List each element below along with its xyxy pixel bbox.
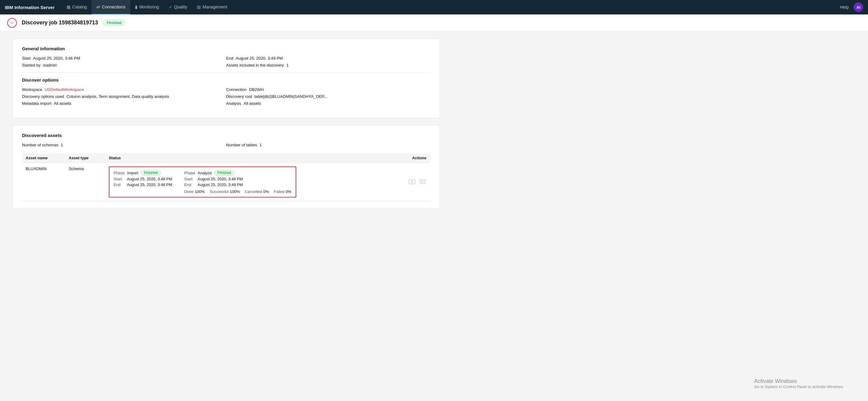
phase1-start-value: August 25, 2020, 3:48 PM bbox=[127, 177, 172, 181]
phase1-label: Phase bbox=[114, 171, 125, 175]
tables-value: 1 bbox=[259, 143, 262, 147]
schemas-value: 1 bbox=[61, 143, 63, 147]
job-status-badge: Finished bbox=[103, 20, 125, 26]
general-info-grid: Start August 25, 2020, 3:46 PM End Augus… bbox=[22, 56, 430, 67]
phase2-start-value: August 25, 2020, 3:48 PM bbox=[197, 177, 243, 181]
metadata-import-value: All assets bbox=[54, 101, 71, 106]
done-label: Done bbox=[184, 189, 193, 194]
nav-item-management[interactable]: ▤ Management bbox=[192, 0, 232, 14]
assets-included-label: Assets included in the discovery bbox=[226, 63, 284, 67]
catalog-icon: ▦ bbox=[67, 4, 70, 9]
phase1-status-badge: Finished bbox=[141, 170, 161, 175]
failed-stat: Failed 0% bbox=[274, 189, 291, 194]
nav-item-quality[interactable]: ✓ Quality bbox=[164, 0, 192, 14]
phase-container: Phase Import Finished Start August 25, 2… bbox=[109, 166, 296, 198]
discovery-root-row: Discovery root table[db2|BLUADMIN|SANDHY… bbox=[226, 94, 430, 99]
successful-label: Successful bbox=[210, 189, 229, 194]
management-icon: ▤ bbox=[197, 4, 201, 9]
cell-asset-type: Schema bbox=[65, 163, 105, 201]
schemas-row: Number of schemas 1 bbox=[22, 143, 226, 147]
action-icons bbox=[396, 179, 427, 185]
discover-options-grid: Workspace UGDefaultWorkspace Connection … bbox=[22, 87, 430, 106]
started-by-label: Started by bbox=[22, 63, 41, 67]
cell-actions bbox=[393, 163, 430, 201]
phase-import-block: Phase Import Finished Start August 25, 2… bbox=[114, 170, 172, 194]
successful-value: 100% bbox=[230, 189, 240, 194]
done-stat: Done 100% bbox=[184, 189, 205, 194]
phase1-end-label: End bbox=[114, 182, 124, 187]
col-status-detail bbox=[314, 153, 393, 163]
help-link[interactable]: Help bbox=[840, 5, 849, 10]
discover-options-title: Discover options bbox=[22, 77, 430, 82]
started-by-value: isadmin bbox=[43, 63, 57, 67]
phase2-start-row: Start August 25, 2020, 3:48 PM bbox=[184, 177, 291, 181]
connection-label: Connection bbox=[226, 87, 247, 92]
discovery-options-label: Discovery options used bbox=[22, 94, 64, 99]
successful-stat: Successful 100% bbox=[210, 189, 240, 194]
connection-row: Connection DB2WH bbox=[226, 87, 430, 92]
end-label: End bbox=[226, 56, 233, 61]
main-content: General information Start August 25, 202… bbox=[0, 31, 452, 223]
assets-included-value: 1 bbox=[286, 63, 289, 67]
start-label: Start bbox=[22, 56, 31, 61]
user-avatar[interactable]: AI bbox=[854, 2, 863, 12]
general-info-card: General information Start August 25, 202… bbox=[12, 38, 440, 118]
nav-item-monitoring[interactable]: ▮ Monitoring bbox=[130, 0, 164, 14]
discovery-options-row: Discovery options used Column analysis, … bbox=[22, 94, 226, 99]
phase2-end-value: August 25, 2020, 3:49 PM bbox=[197, 182, 243, 187]
phase1-header-row: Phase Import Finished bbox=[114, 170, 172, 175]
cancelled-label: Cancelled bbox=[245, 189, 262, 194]
connection-value: DB2WH bbox=[249, 87, 264, 92]
workspace-row: Workspace UGDefaultWorkspace bbox=[22, 87, 226, 92]
started-by-row: Started by isadmin bbox=[22, 63, 226, 67]
svg-rect-0 bbox=[409, 180, 415, 184]
discovered-assets-card: Discovered assets Number of schemas 1 Nu… bbox=[12, 125, 440, 209]
phase2-status-badge: Finished bbox=[214, 170, 234, 175]
failed-label: Failed bbox=[274, 189, 284, 194]
view-icon[interactable] bbox=[408, 179, 415, 185]
failed-value: 0% bbox=[286, 189, 291, 194]
page-header: ← Discovery job 1598384819713 Finished bbox=[0, 14, 868, 31]
back-arrow-icon: ← bbox=[10, 20, 14, 26]
metadata-import-label: Metadata import bbox=[22, 101, 52, 106]
page-title-job-id: 1598384819713 bbox=[59, 20, 98, 26]
back-button[interactable]: ← bbox=[7, 18, 17, 28]
top-navigation: IBM Information Server ▦ Catalog ⇄ Conne… bbox=[0, 0, 868, 14]
app-brand: IBM Information Server bbox=[5, 5, 55, 10]
phase1-end-row: End August 25, 2020, 3:48 PM bbox=[114, 182, 172, 187]
discovery-root-label: Discovery root bbox=[226, 94, 252, 99]
phase2-end-label: End bbox=[184, 182, 195, 187]
phase2-label: Phase bbox=[184, 171, 195, 175]
cancelled-value: 0% bbox=[264, 189, 269, 194]
metadata-import-row: Metadata import All assets bbox=[22, 101, 226, 106]
phase2-header-row: Phase Analyze Finished bbox=[184, 170, 291, 175]
cell-status: Phase Import Finished Start August 25, 2… bbox=[105, 163, 393, 201]
phase2-start-label: Start bbox=[184, 177, 195, 181]
phase1-start-label: Start bbox=[114, 177, 124, 181]
end-row: End August 25, 2020, 3:49 PM bbox=[226, 56, 430, 61]
discovered-info-grid: Number of schemas 1 Number of tables 1 bbox=[22, 143, 430, 147]
nav-label-connections: Connections bbox=[102, 4, 125, 9]
nav-item-catalog[interactable]: ▦ Catalog bbox=[62, 0, 92, 14]
done-value: 100% bbox=[195, 189, 205, 194]
schemas-label: Number of schemas bbox=[22, 143, 59, 147]
phase2-end-row: End August 25, 2020, 3:49 PM bbox=[184, 182, 291, 187]
assets-table: Asset name Asset type Status Actions BLU… bbox=[22, 153, 430, 201]
nav-label-catalog: Catalog bbox=[72, 4, 87, 9]
analysis-label: Analysis bbox=[226, 101, 241, 106]
table-header-row: Asset name Asset type Status Actions bbox=[22, 153, 430, 163]
nav-item-connections[interactable]: ⇄ Connections bbox=[92, 0, 130, 14]
nav-label-quality: Quality bbox=[174, 4, 187, 9]
page-title-prefix: Discovery job bbox=[22, 20, 59, 26]
edit-icon[interactable] bbox=[419, 179, 427, 185]
tables-row: Number of tables 1 bbox=[226, 143, 430, 147]
col-status: Status bbox=[105, 153, 314, 163]
start-row: Start August 25, 2020, 3:46 PM bbox=[22, 56, 226, 61]
scroll-container: General information Start August 25, 202… bbox=[0, 31, 868, 401]
discovered-assets-title: Discovered assets bbox=[22, 133, 430, 138]
analysis-value: All assets bbox=[244, 101, 261, 106]
workspace-value[interactable]: UGDefaultWorkspace bbox=[44, 87, 84, 92]
general-info-title: General information bbox=[22, 46, 430, 51]
nav-label-management: Management bbox=[203, 4, 227, 9]
phase2-name: Analyze bbox=[198, 171, 212, 175]
